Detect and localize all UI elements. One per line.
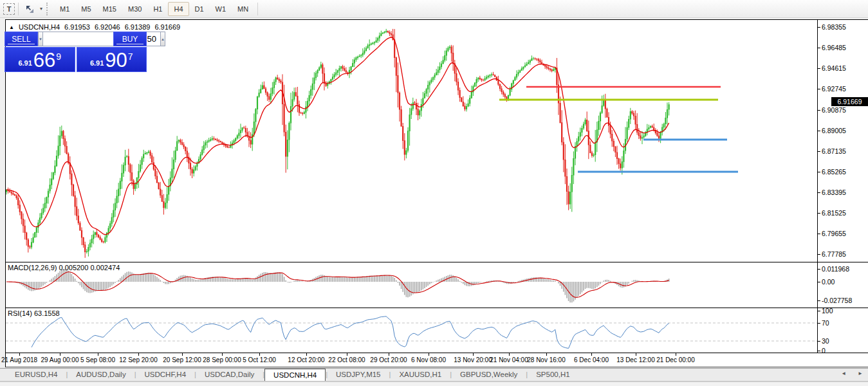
symbol-ohlc-header: ▲ USDCNH,H4 6.91953 6.92046 6.91389 6.91… <box>9 23 180 31</box>
price-axis-label-tick <box>818 151 820 152</box>
time-axis-tick <box>222 353 223 356</box>
timeframe-button-m5[interactable]: M5 <box>75 2 97 16</box>
rsi-axis-label: 70 <box>822 319 829 327</box>
toolbar: T ▾ M1M5M15M30H1H4D1W1MN <box>0 0 868 18</box>
price-axis-label: 6.81525 <box>822 209 846 217</box>
timeframe-button-group: M1M5M15M30H1H4D1W1MN <box>54 2 254 16</box>
sell-button[interactable]: SELL <box>5 32 38 46</box>
ohlc-low: 6.91389 <box>125 23 151 31</box>
tab-eurusd-h4[interactable]: EURUSD,H4 <box>6 369 66 381</box>
macd-indicator-canvas[interactable] <box>6 262 817 308</box>
rsi-label: RSI(14) 63.1558 <box>8 309 60 317</box>
tab-usdchf-h4[interactable]: USDCHF,H4 <box>136 369 195 381</box>
time-axis-tick <box>259 353 260 356</box>
price-axis-label: 6.89005 <box>822 127 846 134</box>
timeframe-button-m15[interactable]: M15 <box>97 2 122 16</box>
macd-signal-line <box>6 272 669 298</box>
timeframe-button-m1[interactable]: M1 <box>54 2 75 16</box>
time-axis-tick <box>676 353 676 356</box>
timeframe-button-d1[interactable]: D1 <box>189 2 210 16</box>
rsi-indicator-canvas[interactable] <box>6 308 817 353</box>
price-axis-label-tick <box>818 48 820 48</box>
price-axis-label: 6.90875 <box>822 106 846 114</box>
time-axis-tick <box>182 353 183 356</box>
tab-audusd-daily[interactable]: AUDUSD,Daily <box>68 369 134 381</box>
buy-button[interactable]: BUY <box>113 32 147 46</box>
sell-price-prefix: 6.91 <box>18 59 32 67</box>
volume-increase-button[interactable]: ▲ <box>160 32 165 46</box>
buy-price-big: 90 <box>105 51 127 69</box>
macd-axis-label-tick <box>818 269 820 270</box>
chart-tab-bar: EURUSD,H4|AUDUSD,Daily|USDCHF,H4|USDCAD,… <box>0 368 868 381</box>
buy-price-sup: 7 <box>128 51 133 62</box>
price-axis-label: 6.87135 <box>822 147 846 155</box>
time-axis-tick <box>636 353 636 356</box>
tab-usdjpy-m15[interactable]: USDJPY,M15 <box>328 369 389 381</box>
macd-axis-label: 0.011968 <box>822 265 849 273</box>
timeframe-button-h1[interactable]: H1 <box>147 2 168 16</box>
tab-sp500-h1[interactable]: SP500,H1 <box>528 369 578 381</box>
mt4-window: T ▾ M1M5M15M30H1H4D1W1MN ▲ USDCNH,H4 6.9… <box>0 0 868 386</box>
price-axis-label-tick <box>818 254 820 255</box>
price-axis-label-tick <box>818 27 820 28</box>
volume-decrease-button[interactable]: ▼ <box>38 32 43 46</box>
ohlc-close: 6.91669 <box>154 23 180 31</box>
tab-usdcnh-h4[interactable]: USDCNH,H4 <box>264 369 326 381</box>
symbol-name: USDCNH,H4 <box>19 23 60 31</box>
price-axis-label: 6.79655 <box>822 230 846 237</box>
buy-price-prefix: 6.91 <box>90 59 104 67</box>
price-axis-label-tick <box>818 192 820 193</box>
macd-histogram <box>6 269 669 302</box>
rsi-axis-label: 30 <box>822 337 829 345</box>
time-axis-tick <box>138 353 139 356</box>
volume-spinner: ▼ ▲ <box>38 32 113 46</box>
price-axis-label-tick <box>818 131 820 131</box>
toolbar-separator <box>257 3 258 15</box>
time-axis-tick <box>389 353 389 356</box>
time-axis-label: 21 Dec 00:00 <box>649 356 703 363</box>
chart-tabs: EURUSD,H4|AUDUSD,Daily|USDCHF,H4|USDCAD,… <box>6 369 578 381</box>
time-axis-tick <box>546 353 547 356</box>
time-axis-label: 5 Oct 12:00 <box>232 356 286 363</box>
tab-scroll-right-icon[interactable]: ► <box>858 371 863 376</box>
text-tool-icon[interactable]: T <box>3 3 15 15</box>
toolbar-grip-handle[interactable] <box>46 3 50 15</box>
time-axis-tick <box>347 353 347 356</box>
price-axis-label: 6.83395 <box>822 188 846 196</box>
tab-scroll-controls: ◄ ► <box>841 371 863 376</box>
buy-price-box[interactable]: 6.91 90 7 <box>77 47 147 72</box>
timeframe-button-w1[interactable]: W1 <box>210 2 232 16</box>
price-axis-label-tick <box>818 172 820 172</box>
double-arrow-icon <box>24 4 35 14</box>
macd-axis-label-tick <box>818 282 820 282</box>
current-price-badge: 6.91669 <box>831 97 868 106</box>
timeframe-button-h4[interactable]: H4 <box>168 2 189 16</box>
tab-usdcad-daily[interactable]: USDCAD,Daily <box>196 369 263 381</box>
price-axis-label: 6.94615 <box>822 64 846 72</box>
price-axis-label: 6.98355 <box>822 23 846 31</box>
price-axis-label-tick <box>818 89 820 89</box>
status-strip <box>0 381 868 386</box>
macd-axis-label-tick <box>818 300 820 301</box>
collapse-triangle-icon[interactable]: ▲ <box>9 24 14 30</box>
sell-price-box[interactable]: 6.91 66 9 <box>5 47 75 72</box>
price-axis-label-tick <box>818 213 820 214</box>
price-axis-label: 6.85265 <box>822 168 846 176</box>
price-axis-label: 6.96485 <box>822 44 846 51</box>
time-axis-tick <box>509 353 510 356</box>
price-axis-label: 6.77785 <box>822 250 846 258</box>
sell-price-sup: 9 <box>56 51 61 62</box>
timeframe-button-m30[interactable]: M30 <box>122 2 147 16</box>
tab-xauusd-h1[interactable]: XAUUSD,H1 <box>391 369 450 381</box>
tab-scroll-left-icon[interactable]: ◄ <box>841 371 846 376</box>
cursor-arrows-button[interactable] <box>22 2 37 16</box>
tab-gbpusd-weekly[interactable]: GBPUSD,Weekly <box>452 369 526 381</box>
rsi-timeaxis-divider <box>5 353 868 353</box>
tool-dropdown-caret-icon[interactable]: ▾ <box>37 2 45 16</box>
price-axis-label-tick <box>818 110 820 111</box>
rsi-line <box>32 317 669 349</box>
rsi-axis-label: 0 <box>822 347 826 354</box>
rsi-axis-label-tick <box>818 341 820 342</box>
timeframe-button-mn[interactable]: MN <box>232 2 254 16</box>
time-axis-tick <box>306 353 307 356</box>
